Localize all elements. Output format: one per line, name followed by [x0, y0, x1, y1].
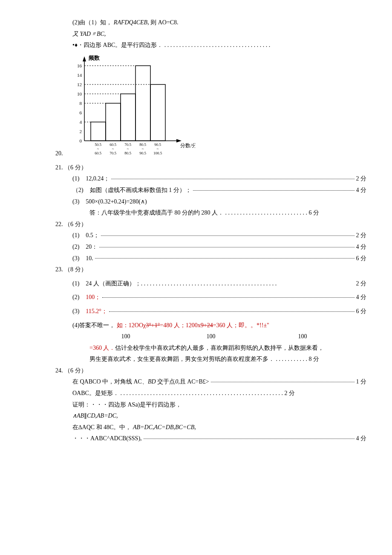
q24-header: 24. （6 分） — [26, 365, 366, 377]
q23-header: 23. （8 分） — [26, 264, 366, 276]
question-points: （6 分） — [64, 221, 87, 227]
svg-text:80.5: 80.5 — [124, 151, 131, 155]
q21-1: (1) 12,0.24；2 分 — [26, 173, 366, 185]
question-points: （6 分） — [64, 164, 87, 171]
score: 6 分 — [356, 306, 367, 317]
dots: . . . . . . . . . . . . . . . . . . . . … — [164, 42, 271, 48]
q21-3b: 答：八年级学生中竞赛成绩高于 80 分的约 280 人． . . . . . .… — [26, 207, 366, 219]
score: 4 分 — [356, 241, 367, 253]
text-italic: CD,AB=DC, — [87, 413, 118, 419]
sub-label: (1) — [72, 173, 86, 185]
text-italic: YAD〃BC, — [80, 31, 106, 37]
q22-header: 22. （6 分） — [26, 219, 366, 230]
svg-marker-3 — [176, 139, 182, 142]
sub-label: (3) — [72, 253, 86, 264]
svg-text:~: ~ — [141, 147, 144, 151]
text: 在∆AQC 和 48C。中， — [72, 424, 131, 430]
q24-l6: ・・・AABC^ADCB(SSS),4 分 — [26, 433, 366, 445]
answer-text: 10. — [86, 253, 93, 264]
text-strike: 9+24 — [201, 322, 213, 328]
answer-text: 115.2°； — [86, 306, 107, 317]
q22-2: (2) 20：4 分 — [26, 241, 366, 253]
svg-rect-15 — [106, 103, 121, 141]
text: OABC。是矩形． — [72, 390, 119, 396]
score: 8 分 — [309, 356, 320, 362]
svg-rect-13 — [91, 122, 106, 141]
answer-text: 答：八年级学生中竞赛成绩高于 80 分的约 280 人． — [89, 209, 224, 216]
q23-2: (2) 100；4 分 — [26, 292, 366, 303]
q23-4-fractions: 100 100 100 — [26, 331, 366, 343]
svg-text:8: 8 — [79, 101, 82, 106]
score: 2 分 — [356, 278, 367, 290]
text: 男生更喜欢武术，女生更喜欢舞蹈，男女生对剪纸的喜欢程度差不多． — [89, 356, 274, 362]
sub-label: (3) — [72, 306, 86, 317]
dots: . . . . . . . . . . . — [276, 356, 308, 362]
denominator: 100 — [162, 331, 260, 343]
q20-number: 20. — [55, 148, 67, 162]
answer-text: 500×(0.32+0.24)=280(∧) — [86, 196, 147, 208]
text: ・・・AABC^ADCB(SSS), — [72, 433, 142, 445]
denominator: 100 — [89, 331, 162, 343]
proof-line-2: 又 YAD〃BC, — [26, 29, 366, 40]
leader-dots — [101, 230, 355, 236]
leader-dots — [111, 173, 354, 179]
svg-marker-1 — [83, 56, 86, 61]
dots: . . . . . . . . . . . . . . . . . . . . … — [141, 278, 356, 290]
text: •♦・四边形 ABC。是平行四边形． — [72, 42, 163, 48]
svg-text:10: 10 — [77, 91, 82, 96]
q22-1: (1) 0.5；2 分 — [26, 230, 366, 241]
leader-dots — [102, 292, 354, 298]
q21-header: 21. （6 分） — [26, 162, 366, 174]
q24-l1: 在 QABCO 中，对角线 AC、BD 交于点0,且 AC=B£> 1 分 — [26, 376, 366, 388]
text: (4)答案不唯一， — [72, 322, 115, 328]
q22-3: (3) 10.6 分 — [26, 253, 366, 264]
leader-dots — [193, 185, 355, 191]
svg-text:4: 4 — [79, 119, 82, 125]
score: 6 分 — [309, 209, 320, 216]
text: =360 人；即。。*!!±" — [213, 322, 269, 328]
answer-text: 20： — [86, 241, 98, 253]
sub-label: (2) — [72, 292, 86, 303]
sub-label: （2) — [72, 185, 90, 196]
score: 2 分 — [356, 230, 367, 241]
svg-text:6: 6 — [79, 110, 82, 115]
score: 6 分 — [356, 253, 367, 264]
score: 2 分 — [356, 173, 367, 185]
score: 4 分 — [356, 292, 367, 303]
question-points: （8 分） — [64, 266, 87, 273]
answer-text: 100； — [86, 292, 101, 303]
svg-text:90.5: 90.5 — [154, 142, 161, 147]
leader-dots — [95, 253, 355, 259]
sub-label: (1) — [72, 278, 86, 290]
q24-l3: 证明：・・・四边形 ASa)是平行四边形， — [26, 399, 366, 411]
text: 在 QABCO 中，对角线 AC、BD 交于点0,且 AC=B£> — [72, 376, 209, 388]
text-italic: ∧AB — [72, 413, 84, 419]
text: =480 人；1200x — [160, 322, 200, 328]
chart-row: 20. 频数 分数/分 0 2 4 6 8 10 12 14 16 — [26, 51, 366, 162]
text-strike: 3°+1° — [146, 322, 160, 328]
svg-text:14: 14 — [77, 73, 82, 78]
svg-text:60.5: 60.5 — [95, 151, 101, 155]
sub-label: (1) — [72, 230, 86, 241]
q23-1: (1) 24 人（画图正确）；. . . . . . . . . . . . .… — [26, 278, 366, 290]
svg-text:90.5: 90.5 — [139, 151, 146, 155]
score: 4 分 — [356, 433, 367, 445]
leader-dots — [99, 241, 354, 247]
dots: . . . . . . . . . . . . . . . . . . . . … — [120, 390, 283, 396]
text-italic: RAFDQ4CEB, — [114, 19, 149, 26]
svg-text:~: ~ — [127, 147, 129, 151]
text: 则 AO=C8. — [150, 19, 178, 26]
svg-text:0: 0 — [79, 138, 82, 143]
question-number: 24. — [55, 367, 63, 374]
score: 4 分 — [356, 185, 367, 196]
y-axis-label: 频数 — [88, 55, 100, 61]
question-points: （6 分） — [64, 367, 87, 374]
svg-text:2: 2 — [79, 129, 82, 134]
q24-l5: 在∆AQC 和 48C。中， AB=DC,AC=DB,BC=CB, — [26, 422, 366, 433]
proof-line-1: (2)由（1）知， RAFDQ4CEB, 则 AO=C8. — [26, 17, 366, 29]
q24-l2: OABC。是矩形． . . . . . . . . . . . . . . . … — [26, 388, 366, 399]
question-number: 21. — [55, 164, 63, 171]
question-number: 23. — [55, 266, 63, 273]
answer-text: 0.5； — [86, 230, 99, 241]
answer-text: 如图（虚线不画或未标数值扣 1 分）； — [90, 185, 191, 196]
